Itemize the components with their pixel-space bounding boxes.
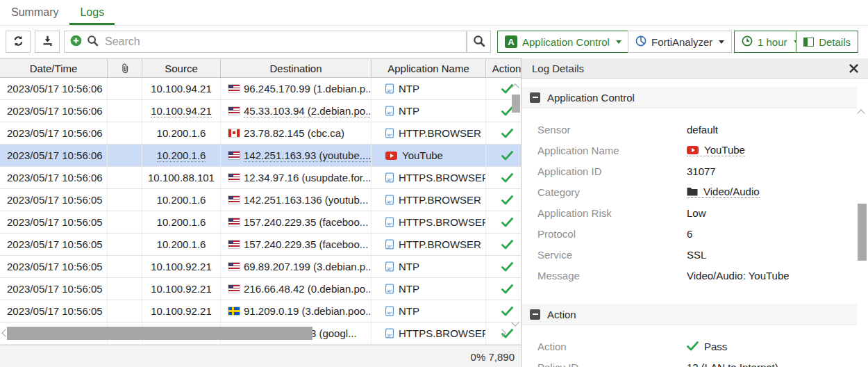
column-label: Action [492,63,521,74]
log-table: Date/TimeSourceDestinationApplication Na… [0,58,521,345]
attachment-cell [108,189,142,211]
download-button[interactable] [35,31,60,53]
application-cell[interactable]: NTP [372,256,486,277]
section-fields: ActionPassPolicy ID12 (LAN to Internet) [521,325,868,367]
source-cell[interactable]: 10.100.94.21 [142,100,221,122]
destination-cell[interactable]: 157.240.229.35 (faceboo... [221,211,372,233]
source-cell[interactable]: 10.200.1.6 [142,234,221,255]
log-row[interactable]: 2023/05/17 10:56:0510.100.92.21216.66.48… [0,278,521,300]
column-header-attachment[interactable] [108,59,142,77]
destination-cell[interactable]: 45.33.103.94 (2.debian.po... [221,100,372,122]
log-type-dropdown[interactable]: A Application Control [497,31,629,53]
destination-cell[interactable]: 142.251.163.93 (youtube.... [221,145,372,166]
destination-cell[interactable]: 12.34.97.16 (usupdate.for... [221,167,372,188]
table-horizontal-scrollbar-thumb[interactable] [7,327,312,340]
source-cell[interactable]: 10.200.1.6 [142,122,221,144]
column-header-application-name[interactable]: Application Name [372,59,486,77]
log-row[interactable]: 2023/05/17 10:56:0610.200.1.623.78.82.14… [0,122,521,145]
destination-cell[interactable]: 96.245.170.99 (1.debian.p... [221,78,372,99]
destination-cell[interactable]: 157.240.229.35 (faceboo... [221,234,372,255]
destination-cell[interactable]: 23.78.82.145 (cbc.ca) [221,122,372,144]
application-cell[interactable]: NTP [372,278,486,300]
destination-cell[interactable]: 69.89.207.199 (3.debian.p... [221,256,372,277]
field-value-text: default [687,124,718,136]
application-name: NTP [399,105,419,117]
source-cell[interactable]: 10.100.88.101 [142,167,221,188]
field-label: Application Risk [537,207,687,219]
details-panel-icon [803,38,814,47]
add-filter-icon[interactable] [70,35,82,49]
destination-cell[interactable]: 216.66.48.42 (0.debian.po... [221,278,372,300]
source-cell[interactable]: 10.100.94.21 [142,78,221,99]
column-header-action[interactable]: Action [486,59,521,77]
application-cell[interactable]: HTTPS.BROWSER [372,167,486,188]
source-cell[interactable]: 10.200.1.6 [142,145,221,166]
destination-cell[interactable]: 91.209.0.19 (3.debian.poo... [221,300,372,322]
log-row[interactable]: 2023/05/17 10:56:0510.200.1.6157.240.229… [0,211,521,234]
log-row[interactable]: 2023/05/17 10:56:0510.200.1.6142.251.163… [0,189,521,211]
field-value[interactable]: YouTube [687,144,745,156]
source-cell[interactable]: 10.200.1.6 [142,211,221,233]
log-row[interactable]: 2023/05/17 10:56:0610.100.94.2196.245.17… [0,78,521,100]
search-input[interactable] [103,35,466,49]
source-ip: 10.100.94.21 [151,105,212,117]
collapse-icon[interactable] [530,92,540,103]
section-title: Application Control [547,92,635,104]
application-cell[interactable]: HTTP.BROWSER [372,122,486,144]
log-row[interactable]: 2023/05/17 10:56:0610.100.88.10112.34.97… [0,167,521,189]
column-header-destination[interactable]: Destination [221,59,372,77]
section-header[interactable]: Action [521,304,857,325]
search-submit-button[interactable] [467,31,491,53]
log-details-body: Application ControlSensordefaultApplicat… [521,87,868,367]
attachment-cell [108,256,142,277]
detail-section-action: ActionActionPassPolicy ID12 (LAN to Inte… [521,304,868,367]
us-flag-icon [228,174,240,181]
datetime-cell: 2023/05/17 10:56:05 [0,256,108,277]
table-vertical-scrollbar-thumb[interactable] [512,95,520,113]
datetime-cell: 2023/05/17 10:56:05 [0,278,108,300]
tab-summary[interactable]: Summary [1,0,69,25]
log-row[interactable]: 2023/05/17 10:56:0510.100.92.2169.89.207… [0,256,521,278]
action-cell [486,189,521,211]
application-cell[interactable]: HTTP.BROWSER [372,189,486,211]
refresh-button[interactable] [6,31,31,53]
application-cell[interactable]: NTP [372,78,486,99]
source-cell[interactable]: 10.200.1.6 [142,189,221,211]
application-cell[interactable]: HTTPS.BROWSER [372,211,486,233]
datetime-value: 2023/05/17 10:56:05 [7,283,103,295]
application-cell[interactable]: NTP [372,100,486,122]
field-value: 6 [687,228,692,240]
log-source-dropdown[interactable]: FortiAnalyzer [628,31,732,53]
log-row[interactable]: 2023/05/17 10:56:0610.200.1.6142.251.163… [0,145,521,167]
section-header[interactable]: Application Control [521,87,857,108]
destination-cell[interactable]: 142.251.163.136 (youtub... [221,189,372,211]
application-file-icon [385,172,394,183]
source-cell[interactable]: 10.100.92.21 [142,300,221,322]
us-flag-icon [228,196,240,204]
application-cell[interactable]: HTTPS.BROWSER [372,323,486,344]
detail-field: CategoryVideo/Audio [537,181,868,202]
application-cell[interactable]: NTP [372,300,486,322]
destination-value: 142.251.163.136 (youtub... [244,194,368,206]
log-row[interactable]: 2023/05/17 10:56:0510.200.1.6157.240.229… [0,234,521,256]
column-header-date-time[interactable]: Date/Time [0,59,108,77]
log-row[interactable]: 2023/05/17 10:56:0610.100.94.2145.33.103… [0,100,521,122]
application-file-icon [385,128,394,138]
field-value[interactable]: Video/Audio [687,186,760,198]
panel-vertical-scrollbar-thumb[interactable] [858,204,867,261]
log-row[interactable]: 2023/05/17 10:56:0510.100.92.2191.209.0.… [0,300,521,323]
collapse-icon[interactable] [530,309,540,320]
pass-check-icon [501,284,513,294]
tab-logs[interactable]: Logs [69,0,115,25]
se-flag-icon [228,307,240,315]
application-file-icon [385,106,394,116]
application-cell[interactable]: HTTP.BROWSER [372,234,486,255]
application-cell[interactable]: YouTube [372,145,486,166]
close-icon[interactable] [849,64,858,73]
source-cell[interactable]: 10.100.92.21 [142,256,221,277]
source-cell[interactable]: 10.100.92.21 [142,278,221,300]
details-toggle-button[interactable]: Details [796,31,858,53]
clock-icon [742,35,753,49]
attachment-cell [108,100,142,122]
column-header-source[interactable]: Source [142,59,221,77]
